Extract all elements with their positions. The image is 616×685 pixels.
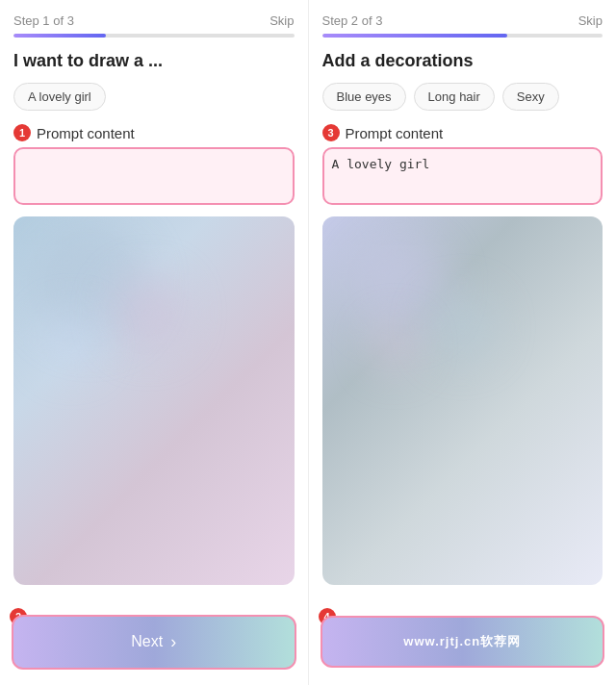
left-prompt-input[interactable] (13, 147, 295, 205)
right-prompt-label-row: 3 Prompt content (322, 124, 603, 141)
right-skip-button[interactable]: Skip (578, 13, 603, 28)
right-progress-track (322, 34, 603, 38)
left-progress-fill (13, 34, 106, 38)
right-prompt-label: Prompt content (346, 125, 444, 141)
right-chip-blue-eyes[interactable]: Blue eyes (322, 83, 406, 111)
right-chip-sexy[interactable]: Sexy (502, 83, 559, 111)
left-next-label: Next (131, 633, 163, 650)
main-container: Step 1 of 3 Skip I want to draw a ... A … (0, 0, 616, 598)
left-panel: Step 1 of 3 Skip I want to draw a ... A … (0, 0, 309, 598)
left-next-button[interactable]: Next › (12, 615, 296, 670)
left-chevron-icon: › (170, 632, 176, 652)
left-bottom-panel: 2 Next › (0, 598, 309, 685)
bottom-area: 2 Next › 4 www.rjtj.cn软荐网 (0, 598, 616, 685)
right-bottom-panel: 4 www.rjtj.cn软荐网 (309, 598, 617, 685)
left-prompt-label: Prompt content (37, 125, 135, 141)
right-prompt-input[interactable] (322, 147, 603, 205)
watermark-text: www.rjtj.cn软荐网 (403, 633, 521, 650)
right-step-label: Step 2 of 3 (322, 13, 383, 28)
left-chip-lovely-girl[interactable]: A lovely girl (13, 83, 106, 111)
right-step-header: Step 2 of 3 Skip (322, 13, 603, 28)
left-prompt-label-row: 1 Prompt content (13, 124, 295, 141)
left-section-title: I want to draw a ... (13, 51, 295, 71)
left-chip-area: A lovely girl (13, 83, 295, 111)
right-chip-long-hair[interactable]: Long hair (414, 83, 495, 111)
left-step-label: Step 1 of 3 (13, 13, 74, 28)
left-image-preview (13, 216, 295, 585)
right-next-button[interactable]: www.rjtj.cn软荐网 (321, 616, 605, 668)
left-skip-button[interactable]: Skip (270, 13, 294, 28)
right-chip-area: Blue eyes Long hair Sexy (322, 83, 603, 111)
right-image-preview (322, 216, 603, 585)
right-progress-fill (322, 34, 507, 38)
left-progress-track (13, 34, 295, 38)
left-step-header: Step 1 of 3 Skip (13, 13, 295, 28)
right-prompt-badge: 3 (322, 124, 340, 141)
right-section-title: Add a decorations (322, 51, 603, 71)
right-panel: Step 2 of 3 Skip Add a decorations Blue … (309, 0, 617, 598)
left-prompt-badge: 1 (13, 124, 31, 141)
